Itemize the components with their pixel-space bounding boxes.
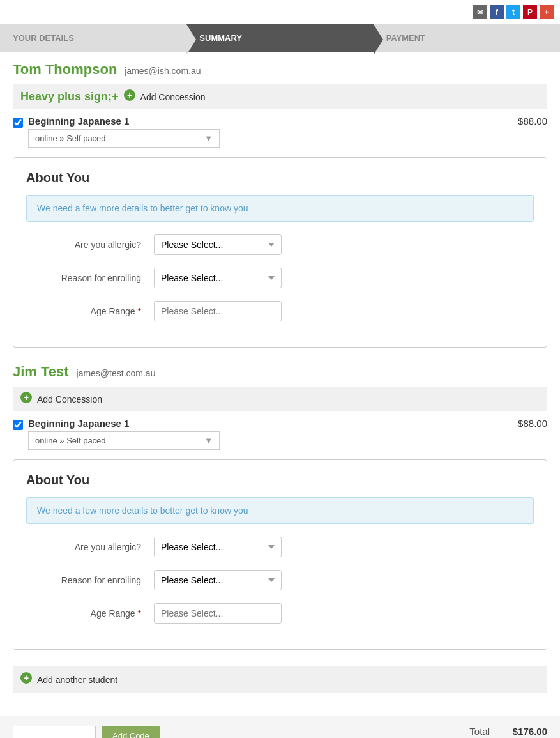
promo-section: Add Code Promotional Code, Gift Certific… bbox=[13, 726, 451, 738]
svg-text:+: + bbox=[24, 392, 29, 403]
input-age-jim[interactable] bbox=[154, 603, 282, 624]
course-info-tom: Beginning Japanese 1 $88.00 online » Sel… bbox=[28, 116, 547, 148]
field-allergic-jim: Are you allergic? Please Select... bbox=[26, 537, 534, 557]
label-age-tom: Age Range * bbox=[26, 306, 154, 316]
plus-circle-student: + bbox=[20, 672, 32, 687]
svg-text:+: + bbox=[24, 673, 29, 683]
label-allergic-tom: Are you allergic? bbox=[26, 240, 154, 250]
student-email-jim: james@test.com.au bbox=[77, 368, 156, 378]
bottom-row: Add Code Promotional Code, Gift Certific… bbox=[13, 726, 547, 738]
select-allergic-tom[interactable]: Please Select... bbox=[154, 234, 282, 255]
course-row-jim: Beginning Japanese 1 $88.00 online » Sel… bbox=[13, 418, 547, 450]
label-age-jim: Age Range * bbox=[26, 608, 154, 619]
course-price-tom: $88.00 bbox=[505, 116, 547, 127]
select-enrolling-tom[interactable]: Please Select... bbox=[154, 268, 282, 288]
add-concession-bar-jim[interactable]: + Add Concession bbox=[13, 387, 547, 411]
course-checkbox-tom[interactable] bbox=[13, 118, 23, 128]
about-you-title-tom: About You bbox=[26, 171, 534, 185]
about-you-section-jim: About You We need a few more details to … bbox=[13, 459, 547, 650]
pinterest-share-icon[interactable]: P bbox=[523, 5, 537, 19]
course-name-jim: Beginning Japanese 1 bbox=[28, 418, 129, 429]
progress-bar: Your Details Summary Payment bbox=[0, 24, 560, 52]
field-age-tom: Age Range * bbox=[26, 301, 534, 321]
label-enrolling-tom: Reason for enrolling bbox=[26, 273, 154, 283]
select-allergic-jim[interactable]: Please Select... bbox=[154, 537, 282, 557]
totals-section: Total $176.00 Pay Now $176.00 bbox=[451, 726, 547, 738]
select-enrolling-jim[interactable]: Please Select... bbox=[154, 570, 282, 590]
course-checkbox-jim[interactable] bbox=[13, 420, 23, 430]
student-section-tom: Tom Thompson james@ish.com.au Heavy plus… bbox=[13, 61, 547, 348]
step-summary[interactable]: Summary bbox=[186, 24, 373, 52]
field-age-jim: Age Range * bbox=[26, 603, 534, 624]
info-banner-tom: We need a few more details to better get… bbox=[26, 195, 534, 222]
add-concession-label-tom: Add Concession bbox=[140, 92, 206, 102]
student-section-jim: Jim Test james@test.com.au + Add Concess… bbox=[13, 364, 547, 650]
social-bar: ✉ f t P + bbox=[0, 0, 560, 24]
plus-circle-tom: + bbox=[124, 89, 135, 104]
dropdown-arrow-tom: ▼ bbox=[204, 134, 213, 143]
promo-row: Add Code bbox=[13, 726, 451, 738]
field-enrolling-jim: Reason for enrolling Please Select... bbox=[26, 570, 534, 590]
step-payment[interactable]: Payment bbox=[374, 24, 560, 52]
label-allergic-jim: Are you allergic? bbox=[26, 542, 154, 552]
field-enrolling-tom: Reason for enrolling Please Select... bbox=[26, 268, 534, 288]
about-you-section-tom: About You We need a few more details to … bbox=[13, 157, 547, 348]
info-banner-jim: We need a few more details to better get… bbox=[26, 497, 534, 524]
step-your-details[interactable]: Your Details bbox=[0, 24, 186, 52]
course-price-jim: $88.00 bbox=[505, 418, 547, 429]
add-student-bar[interactable]: + Add another student bbox=[13, 666, 547, 693]
input-age-tom[interactable] bbox=[154, 301, 282, 321]
course-row-tom: Beginning Japanese 1 $88.00 online » Sel… bbox=[13, 116, 547, 148]
course-info-jim: Beginning Japanese 1 $88.00 online » Sel… bbox=[28, 418, 547, 450]
add-code-button[interactable]: Add Code bbox=[102, 726, 160, 738]
total-label: Total bbox=[469, 726, 490, 737]
course-type-select-jim[interactable]: online » Self paced ▼ bbox=[28, 431, 220, 450]
plus-share-icon[interactable]: + bbox=[540, 5, 554, 19]
label-enrolling-jim: Reason for enrolling bbox=[26, 575, 154, 585]
about-you-title-jim: About You bbox=[26, 473, 534, 488]
bottom-section: Add Code Promotional Code, Gift Certific… bbox=[0, 716, 560, 738]
total-row: Total $176.00 bbox=[451, 726, 547, 737]
main-content: Tom Thompson james@ish.com.au Heavy plus… bbox=[0, 52, 560, 716]
twitter-share-icon[interactable]: t bbox=[506, 5, 520, 19]
student-email-tom: james@ish.com.au bbox=[125, 66, 201, 76]
plus-circle-jim: + bbox=[20, 392, 32, 406]
field-allergic-tom: Are you allergic? Please Select... bbox=[26, 234, 534, 255]
add-concession-bar-tom[interactable]: Heavy plus sign;+ + Add Concession bbox=[13, 84, 547, 109]
dropdown-arrow-jim: ▼ bbox=[204, 436, 213, 445]
total-value: $176.00 bbox=[503, 726, 547, 737]
facebook-share-icon[interactable]: f bbox=[490, 5, 504, 19]
student-name-jim: Jim Test bbox=[13, 364, 69, 380]
add-concession-label-jim: Add Concession bbox=[37, 394, 102, 404]
student-name-tom: Tom Thompson bbox=[13, 61, 117, 77]
plus-icon-concession-tom: Heavy plus sign;+ bbox=[20, 90, 119, 104]
email-share-icon[interactable]: ✉ bbox=[473, 5, 487, 19]
course-type-select-tom[interactable]: online » Self paced ▼ bbox=[28, 129, 220, 148]
add-student-label: Add another student bbox=[37, 675, 117, 685]
svg-text:+: + bbox=[126, 90, 132, 100]
course-name-tom: Beginning Japanese 1 bbox=[28, 116, 129, 127]
promo-code-input[interactable] bbox=[13, 726, 96, 738]
